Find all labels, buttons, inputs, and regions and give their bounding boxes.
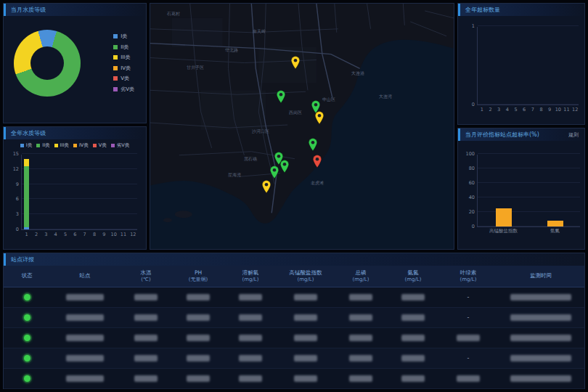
column-header: 监测时间	[497, 266, 584, 287]
map-panel[interactable]: 石葛村南关岭华北路甘井子区大连港大连湾中山区西岗区沙河口区黑石礁星海湾老虎滩	[150, 3, 454, 250]
cell-0	[4, 348, 50, 368]
cell-6	[335, 328, 387, 348]
map-overlay: 石葛村南关岭华北路甘井子区大连港大连湾中山区西岗区沙河口区黑石礁星海湾老虎滩	[150, 4, 454, 249]
legend-item[interactable]: I类	[113, 33, 134, 40]
legend-item[interactable]: III类	[54, 142, 69, 149]
legend-item[interactable]: II类	[36, 142, 49, 149]
station-row[interactable]	[4, 328, 584, 348]
donut-chart[interactable]	[14, 30, 81, 97]
cell-8: -	[439, 308, 497, 327]
column-unit: (mg/L)	[460, 277, 477, 283]
map-pin[interactable]	[261, 180, 271, 194]
column-label: 总磷	[356, 269, 367, 277]
map-pin[interactable]	[314, 111, 324, 125]
legend-swatch	[93, 144, 97, 147]
map-pin[interactable]	[269, 166, 279, 179]
column-header: 状态	[4, 266, 50, 287]
redacted-value	[187, 375, 210, 382]
map-place-label: 大连港	[351, 70, 364, 77]
redacted-value	[457, 375, 480, 382]
cell-0	[4, 287, 50, 307]
table-body: ---	[4, 287, 584, 389]
redacted-value	[401, 355, 425, 362]
gridline	[22, 184, 137, 184]
redacted-value	[294, 294, 317, 301]
redacted-value	[457, 335, 480, 341]
cell-5	[277, 308, 335, 327]
x-axis-tick: 8	[537, 107, 546, 113]
legend-item[interactable]: V类	[93, 142, 107, 149]
cell-6	[335, 348, 387, 368]
cell-3	[172, 348, 224, 368]
x-axis-tick: 5	[60, 232, 70, 237]
x-axis-tick: 3	[494, 107, 503, 113]
redacted-value	[239, 375, 262, 382]
station-row[interactable]: -	[4, 348, 584, 369]
legend-item[interactable]: I类	[20, 142, 32, 149]
redacted-value	[294, 355, 317, 362]
y-axis-tick: 6	[7, 196, 19, 202]
panel-title: 全年超标数量	[465, 6, 500, 14]
legend-swatch	[20, 144, 24, 147]
column-unit: (mg/L)	[405, 277, 422, 283]
redacted-value	[239, 355, 262, 362]
legend-label: IV类	[79, 142, 89, 149]
column-label: 溶解氧	[242, 269, 259, 277]
column-unit: (mg/L)	[242, 277, 259, 283]
redacted-value	[510, 335, 571, 341]
cell-5	[277, 328, 335, 348]
legend-item[interactable]: IV类	[73, 142, 89, 149]
cell-4	[224, 348, 277, 368]
map-pin[interactable]	[276, 90, 286, 104]
cell-7	[387, 308, 439, 327]
station-row[interactable]: -	[4, 308, 584, 328]
cell-3	[172, 287, 224, 307]
map-place-label: 老虎滩	[311, 180, 324, 187]
legend-item[interactable]: III类	[113, 54, 134, 61]
cell-3	[172, 369, 224, 388]
legend-item[interactable]: V类	[113, 75, 134, 82]
map-pin[interactable]	[308, 138, 318, 152]
map-place-label: 大连湾	[379, 94, 392, 100]
bar-高锰酸盐指数	[496, 208, 512, 226]
legend-item[interactable]: 劣V类	[113, 86, 134, 93]
map-place-label: 沙河口区	[252, 128, 269, 135]
legend-item[interactable]: II类	[113, 44, 134, 51]
x-axis-tick: 5	[512, 107, 520, 113]
column-header: 总磷(mg/L)	[335, 266, 387, 287]
donut-legend: I类II类III类IV类V类劣V类	[113, 33, 134, 93]
x-axis-tick: 6	[70, 232, 80, 237]
map-pin[interactable]	[312, 155, 322, 168]
x-axis-tick: 11	[563, 107, 571, 113]
column-label: 氨氮	[408, 269, 419, 277]
y-axis-tick: 1	[463, 23, 475, 29]
gridline	[478, 104, 579, 105]
panel-title-bar: 当月水质等级	[4, 4, 146, 16]
map-pin[interactable]	[279, 160, 290, 173]
cell-4	[224, 287, 277, 307]
cell-0	[4, 308, 50, 327]
station-row[interactable]: -	[4, 287, 584, 308]
redacted-value	[401, 314, 425, 321]
map-place-label: 西岗区	[289, 110, 302, 116]
legend-item[interactable]: 劣V类	[111, 142, 129, 149]
x-axis-tick: 1	[22, 232, 31, 237]
legend-swatch	[113, 55, 118, 60]
station-row[interactable]	[4, 369, 584, 389]
legend-swatch	[111, 144, 115, 147]
y-axis-tick: 80	[463, 166, 475, 171]
redacted-value	[349, 294, 372, 301]
bar-segment	[24, 166, 29, 226]
map-pin[interactable]	[290, 56, 301, 70]
legend-item[interactable]: IV类	[113, 65, 134, 72]
y-axis-tick: 15	[7, 151, 19, 157]
panel-corner-label[interactable]: 规则	[568, 131, 579, 139]
column-unit: (mg/L)	[353, 277, 369, 283]
column-header: 水温(℃)	[120, 266, 172, 287]
x-axis-tick: 10	[554, 107, 563, 113]
table-title-bar: 站点详报	[4, 253, 584, 266]
legend-label: III类	[60, 142, 69, 149]
cell-8: -	[439, 348, 497, 368]
cell-8: -	[439, 287, 497, 307]
y-axis-tick: 20	[463, 209, 475, 215]
